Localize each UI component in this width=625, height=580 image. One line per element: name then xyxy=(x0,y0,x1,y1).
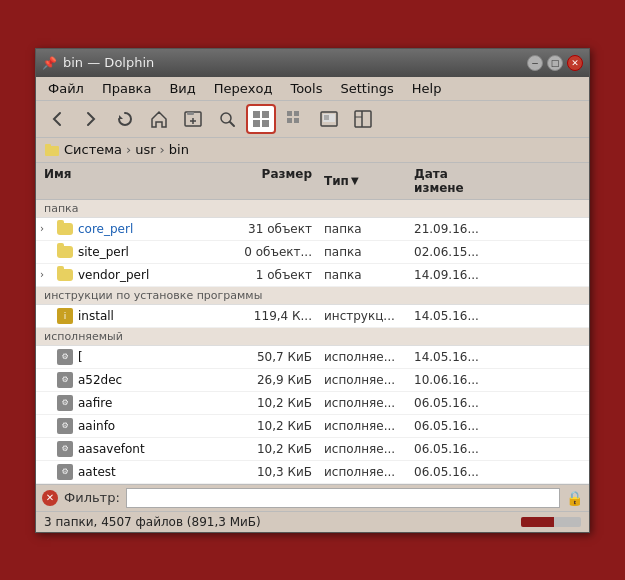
file-label: install xyxy=(78,309,114,323)
file-date: 21.09.16... xyxy=(406,221,496,237)
breadcrumb-sep-1: › xyxy=(126,142,131,157)
file-label: aafire xyxy=(78,396,112,410)
svg-rect-2 xyxy=(187,112,194,115)
menu-navigate[interactable]: Переход xyxy=(206,79,281,98)
file-type: папка xyxy=(316,244,406,260)
svg-rect-14 xyxy=(294,118,299,123)
table-row[interactable]: ⚙ aasavefont 10,2 КиБ исполняе... 06.05.… xyxy=(36,438,589,461)
split-view-button[interactable] xyxy=(246,104,276,134)
table-row[interactable]: ⚙ a52dec 26,9 КиБ исполняе... 10.06.16..… xyxy=(36,369,589,392)
exec-icon: ⚙ xyxy=(56,463,74,481)
file-date: 14.05.16... xyxy=(406,349,496,365)
main-window: 📌 bin — Dolphin − □ ✕ Файл Правка Вид Пе… xyxy=(35,48,590,533)
expand-icon[interactable]: › xyxy=(40,269,52,280)
home-button[interactable] xyxy=(144,104,174,134)
col-header-type[interactable]: Тип ▼ xyxy=(316,165,406,197)
section-label-exec: исполняемый xyxy=(36,328,589,346)
table-row[interactable]: i install 119,4 К... инструкц... 14.05.1… xyxy=(36,305,589,328)
breadcrumb-bin[interactable]: bin xyxy=(169,142,189,157)
file-list: Имя Размер Тип ▼ Дата измене папка › cor… xyxy=(36,163,589,485)
exec-icon: ⚙ xyxy=(56,440,74,458)
table-row[interactable]: ⚙ aatest 10,3 КиБ исполняе... 06.05.16..… xyxy=(36,461,589,484)
svg-rect-13 xyxy=(287,118,292,123)
expand-icon[interactable]: › xyxy=(40,223,52,234)
exec-icon: ⚙ xyxy=(56,417,74,435)
column-headers: Имя Размер Тип ▼ Дата измене xyxy=(36,163,589,200)
folder-icon xyxy=(56,220,74,238)
svg-rect-22 xyxy=(45,144,51,148)
folder-icon xyxy=(56,243,74,261)
table-row[interactable]: › core_perl 31 объект папка 21.09.16... xyxy=(36,218,589,241)
toolbar xyxy=(36,101,589,138)
file-name-cell: › core_perl xyxy=(36,219,236,239)
file-size: 10,2 КиБ xyxy=(236,418,316,434)
status-progress-fill xyxy=(521,517,554,527)
file-name-cell: ⚙ aasavefont xyxy=(36,439,236,459)
breadcrumb-sistema[interactable]: Система xyxy=(64,142,122,157)
folder-icon xyxy=(56,266,74,284)
back-button[interactable] xyxy=(42,104,72,134)
svg-rect-10 xyxy=(262,120,269,127)
menu-file[interactable]: Файл xyxy=(40,79,92,98)
breadcrumb-usr[interactable]: usr xyxy=(135,142,155,157)
file-name-cell: ⚙ aafire xyxy=(36,393,236,413)
menu-tools[interactable]: Tools xyxy=(282,79,330,98)
file-type: исполняе... xyxy=(316,395,406,411)
forward-button[interactable] xyxy=(76,104,106,134)
panel-button[interactable] xyxy=(348,104,378,134)
col-header-size[interactable]: Размер xyxy=(236,165,316,197)
file-size: 119,4 К... xyxy=(236,308,316,324)
minimize-button[interactable]: − xyxy=(527,55,543,71)
file-label: [ xyxy=(78,350,83,364)
new-tab-button[interactable] xyxy=(178,104,208,134)
exec-icon: ⚙ xyxy=(56,371,74,389)
file-size: 10,3 КиБ xyxy=(236,464,316,480)
table-row[interactable]: › vendor_perl 1 объект папка 14.09.16... xyxy=(36,264,589,287)
file-size: 0 объект... xyxy=(236,244,316,260)
menu-view[interactable]: Вид xyxy=(161,79,203,98)
maximize-button[interactable]: □ xyxy=(547,55,563,71)
file-label: site_perl xyxy=(78,245,129,259)
file-label: a52dec xyxy=(78,373,122,387)
menu-edit[interactable]: Правка xyxy=(94,79,159,98)
file-date: 06.05.16... xyxy=(406,441,496,457)
window-title: bin — Dolphin xyxy=(63,55,154,70)
table-row[interactable]: site_perl 0 объект... папка 02.06.15... xyxy=(36,241,589,264)
status-text: 3 папки, 4507 файлов (891,3 МиБ) xyxy=(44,515,261,529)
col-header-date[interactable]: Дата измене xyxy=(406,165,496,197)
file-type: исполняе... xyxy=(316,418,406,434)
file-size: 31 объект xyxy=(236,221,316,237)
filter-close-button[interactable]: ✕ xyxy=(42,490,58,506)
install-icon: i xyxy=(56,307,74,325)
icon-view-button[interactable] xyxy=(280,104,310,134)
preview-button[interactable] xyxy=(314,104,344,134)
file-type: папка xyxy=(316,267,406,283)
file-type: исполняе... xyxy=(316,464,406,480)
status-progress xyxy=(521,517,581,527)
table-row[interactable]: ⚙ aafire 10,2 КиБ исполняе... 06.05.16..… xyxy=(36,392,589,415)
file-type: папка xyxy=(316,221,406,237)
table-row[interactable]: ⚙ [ 50,7 КиБ исполняе... 14.05.16... xyxy=(36,346,589,369)
lock-icon: 🔒 xyxy=(566,490,583,506)
file-size: 26,9 КиБ xyxy=(236,372,316,388)
file-name-cell: ⚙ [ xyxy=(36,347,236,367)
titlebar: 📌 bin — Dolphin − □ ✕ xyxy=(36,49,589,77)
file-name-cell: ⚙ a52dec xyxy=(36,370,236,390)
file-name-cell: i install xyxy=(36,306,236,326)
search-button[interactable] xyxy=(212,104,242,134)
file-label: aasavefont xyxy=(78,442,145,456)
titlebar-left: 📌 bin — Dolphin xyxy=(42,55,154,70)
table-row[interactable]: ⚙ aainfo 10,2 КиБ исполняе... 06.05.16..… xyxy=(36,415,589,438)
menu-settings[interactable]: Settings xyxy=(332,79,401,98)
col-header-name[interactable]: Имя xyxy=(36,165,236,197)
filter-input[interactable] xyxy=(126,488,560,508)
svg-marker-0 xyxy=(119,115,123,119)
file-date: 02.06.15... xyxy=(406,244,496,260)
svg-line-6 xyxy=(230,122,234,126)
file-label: vendor_perl xyxy=(78,268,149,282)
refresh-button[interactable] xyxy=(110,104,140,134)
file-date: 06.05.16... xyxy=(406,395,496,411)
svg-rect-11 xyxy=(287,111,292,116)
menu-help[interactable]: Help xyxy=(404,79,450,98)
close-button[interactable]: ✕ xyxy=(567,55,583,71)
